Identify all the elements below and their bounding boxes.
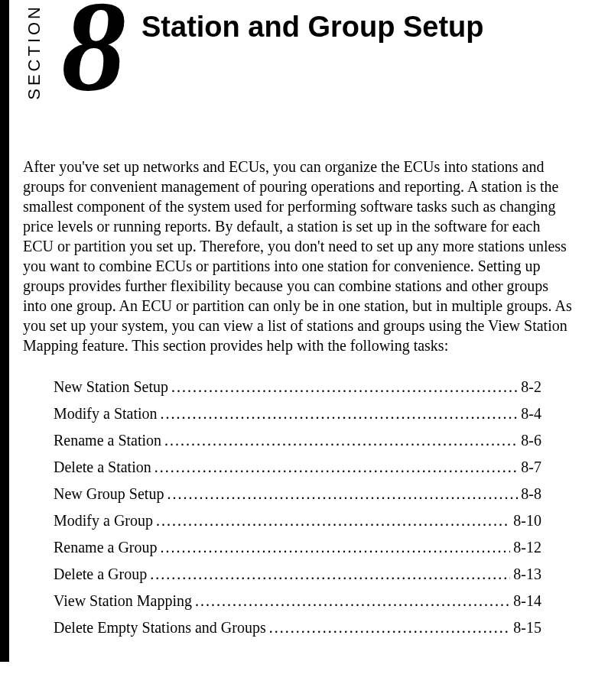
table-of-contents: New Station Setup 8-2 Modify a Station 8… [23,378,572,637]
toc-dots [161,405,519,423]
toc-item: Rename a Group 8-12 [54,539,541,556]
toc-title: Delete a Group [54,566,147,583]
toc-title: Modify a Group [54,512,153,530]
toc-page: 8-13 [513,566,541,583]
section-title: Station and Group Setup [141,4,484,45]
toc-dots [154,459,519,476]
toc-item: New Group Setup 8-8 [54,485,541,503]
toc-item: Rename a Station 8-6 [54,432,541,449]
toc-page: 8-2 [521,378,541,396]
toc-dots [167,485,518,503]
toc-item: Modify a Station 8-4 [54,405,541,423]
toc-dots [171,378,518,396]
toc-title: New Group Setup [54,485,164,503]
toc-page: 8-6 [521,432,541,449]
intro-paragraph: After you've set up networks and ECUs, y… [23,157,572,355]
toc-title: Modify a Station [54,405,158,423]
toc-item: View Station Mapping 8-14 [54,592,541,610]
page-content: SECTION 8 Station and Group Setup After … [0,0,595,661]
toc-dots [269,619,511,637]
toc-title: New Station Setup [54,378,168,396]
toc-dots [164,432,518,449]
toc-dots [161,539,511,556]
toc-title: Rename a Station [54,432,161,449]
toc-title: Delete a Station [54,459,151,476]
section-label: SECTION [24,4,44,100]
toc-item: Delete a Station 8-7 [54,459,541,476]
toc-page: 8-4 [521,405,541,423]
toc-page: 8-14 [513,592,541,610]
toc-page: 8-8 [521,485,541,503]
toc-title: View Station Mapping [54,592,192,610]
toc-dots [156,512,510,530]
toc-item: Delete Empty Stations and Groups 8-15 [54,619,541,637]
toc-item: Delete a Group 8-13 [54,566,541,583]
toc-page: 8-7 [521,459,541,476]
section-header: SECTION 8 Station and Group Setup [23,0,572,111]
toc-item: Modify a Group 8-10 [54,512,541,530]
section-label-wrapper: SECTION [23,4,46,111]
toc-page: 8-10 [513,512,541,530]
toc-dots [195,592,510,610]
toc-title: Rename a Group [54,539,158,556]
toc-item: New Station Setup 8-2 [54,378,541,396]
toc-page: 8-15 [513,619,541,637]
side-bar [0,0,9,662]
toc-title: Delete Empty Stations and Groups [54,619,266,637]
section-number: 8 [61,0,126,96]
toc-page: 8-12 [513,539,541,556]
toc-dots [150,566,510,583]
